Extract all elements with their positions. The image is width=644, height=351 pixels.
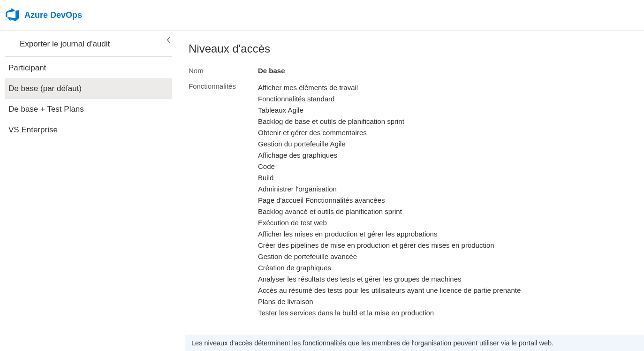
feature-item: Gestion du portefeuille Agile xyxy=(258,138,521,150)
feature-item: Gestion de portefeuille avancée xyxy=(258,251,521,262)
name-value: De base xyxy=(258,67,285,75)
features-row: Fonctionnalités Afficher mes éléments de… xyxy=(189,82,644,319)
sidebar: Exporter le journal d'audit ParticipantD… xyxy=(0,31,177,351)
feature-item: Administrer l'organisation xyxy=(258,183,521,195)
sidebar-item-label: De base + Test Plans xyxy=(8,105,84,114)
sidebar-item-label: De base (par défaut) xyxy=(8,84,82,93)
feature-item: Code xyxy=(258,161,521,172)
collapse-sidebar-button[interactable] xyxy=(167,37,171,45)
feature-item: Création de graphiques xyxy=(258,262,521,274)
feature-item: Afficher les mises en production et gére… xyxy=(258,229,521,240)
feature-item: Backlog avancé et outils de planificatio… xyxy=(258,206,521,217)
features-label: Fonctionnalités xyxy=(189,82,258,319)
header-logo[interactable]: Azure DevOps xyxy=(6,8,82,23)
feature-item: Build xyxy=(258,172,521,183)
sidebar-item-2[interactable]: De base + Test Plans xyxy=(5,99,172,120)
feature-item: Affichage des graphiques xyxy=(258,150,521,161)
feature-item: Plans de livraison xyxy=(258,296,521,307)
chevron-left-icon xyxy=(167,37,171,45)
export-audit-log-label: Exporter le journal d'audit xyxy=(20,39,110,48)
feature-item: Afficher mes éléments de travail xyxy=(258,82,521,93)
feature-item: Tableaux Agile xyxy=(258,105,521,116)
azure-devops-icon xyxy=(6,8,19,23)
sidebar-item-label: VS Enterprise xyxy=(8,125,58,134)
name-row: Nom De base xyxy=(189,67,644,75)
name-label: Nom xyxy=(189,67,258,75)
sidebar-item-3[interactable]: VS Enterprise xyxy=(5,120,172,140)
feature-item: Analyser les résultats des tests et gére… xyxy=(258,274,521,285)
header: Azure DevOps xyxy=(0,0,644,31)
feature-item: Obtenir et gérer des commentaires xyxy=(258,127,521,138)
sidebar-item-label: Participant xyxy=(8,63,46,72)
sidebar-item-1[interactable]: De base (par défaut) xyxy=(5,78,172,99)
feature-item: Accès au résumé des tests pour les utili… xyxy=(258,285,521,296)
info-banner: Les niveaux d'accès déterminent les fonc… xyxy=(185,335,644,351)
sidebar-export-section[interactable]: Exporter le journal d'audit xyxy=(5,31,172,57)
feature-item: Page d'accueil Fonctionnalités avancées xyxy=(258,195,521,206)
sidebar-item-0[interactable]: Participant xyxy=(5,58,172,78)
feature-item: Exécution de test web xyxy=(258,217,521,229)
feature-item: Backlog de base et outils de planificati… xyxy=(258,116,521,127)
feature-item: Fonctionnalités standard xyxy=(258,93,521,105)
main-content: Niveaux d'accès Nom De base Fonctionnali… xyxy=(177,31,644,351)
page-title: Niveaux d'accès xyxy=(189,42,644,55)
feature-list: Afficher mes éléments de travailFonction… xyxy=(258,82,521,319)
header-title: Azure DevOps xyxy=(24,10,82,20)
feature-item: Créer des pipelines de mise en productio… xyxy=(258,240,521,251)
sidebar-nav: ParticipantDe base (par défaut)De base +… xyxy=(0,57,177,140)
layout: Exporter le journal d'audit ParticipantD… xyxy=(0,31,644,351)
feature-item: Tester les services dans la build et la … xyxy=(258,307,521,319)
